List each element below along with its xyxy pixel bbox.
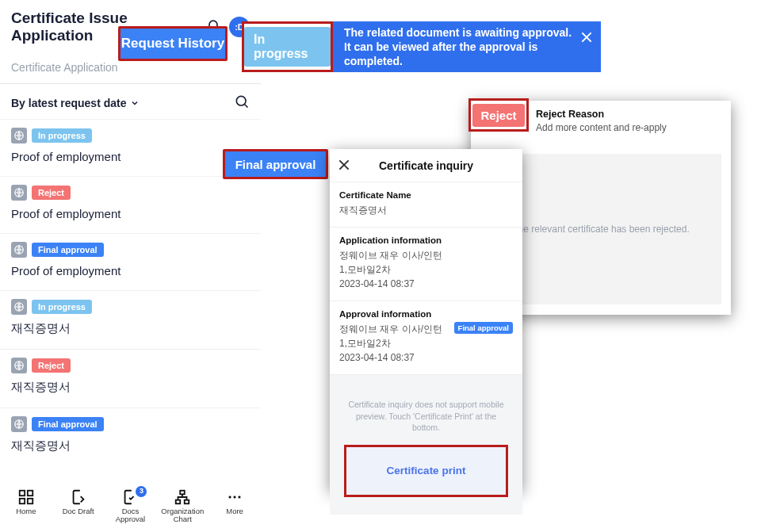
list-item-title: 재직증명서 (11, 321, 250, 336)
nav-docs-approval[interactable]: 3 Docs Approval (107, 488, 153, 524)
application-info-line3: 2023-04-14 08:37 (339, 277, 513, 291)
section-application-info: Application information 정웨이브 재우 이사/인턴 1,… (330, 228, 522, 301)
close-icon[interactable] (338, 159, 350, 171)
list-item[interactable]: RejectProof of employment (0, 176, 261, 233)
section-approval-info: Approval information Final approval 정웨이브… (330, 301, 522, 375)
svg-rect-13 (176, 500, 181, 504)
sort-row: By latest request date (0, 84, 261, 119)
globe-icon (11, 185, 27, 201)
svg-rect-12 (181, 491, 185, 495)
request-history-button[interactable]: Request History (118, 26, 228, 61)
certificate-inquiry-panel: Certificate inquiry Certificate Name 재직증… (330, 149, 522, 490)
application-info-label: Application information (339, 235, 513, 245)
list-item[interactable]: In progressProof of employment (0, 119, 261, 176)
approval-toast: In progress The related document is awai… (242, 21, 601, 72)
list-item-title: Proof of employment (11, 150, 250, 163)
list-item-title: 재직증명서 (11, 438, 250, 454)
svg-rect-14 (185, 500, 189, 504)
globe-icon (11, 128, 27, 144)
status-chip: Final approval (32, 243, 104, 257)
globe-icon (11, 416, 27, 432)
approval-info-line3: 2023-04-14 08:37 (339, 350, 513, 365)
reject-chip: Reject (472, 104, 524, 127)
nav-home[interactable]: Home (3, 488, 49, 515)
toast-body: The related document is awaiting approva… (333, 21, 601, 72)
reject-reason-text: Add more content and re-apply (536, 122, 721, 133)
list-item-title: 재직증명서 (11, 380, 250, 395)
svg-rect-10 (20, 499, 25, 503)
inquiry-preview-area: Certificate inquiry does not support mob… (330, 375, 522, 515)
chevron-down-icon (130, 98, 140, 108)
svg-point-0 (236, 96, 246, 105)
svg-rect-8 (20, 491, 25, 496)
request-list-screen: Certificate Issue Application :D Certifi… (0, 0, 261, 532)
application-info-line2: 1,모바일2차 (339, 262, 513, 277)
globe-icon (11, 242, 27, 258)
toast-message: The related document is awaiting approva… (344, 25, 574, 69)
approval-badge: 3 (136, 486, 147, 497)
globe-icon (11, 299, 27, 315)
section-cert-name: Certificate Name 재직증명서 (330, 182, 522, 228)
request-list: In progressProof of employmentRejectProo… (0, 119, 261, 466)
sort-dropdown[interactable]: By latest request date (11, 97, 140, 109)
search-icon[interactable] (234, 94, 250, 113)
final-approval-mini-chip: Final approval (454, 322, 513, 334)
reject-callout: Reject (468, 98, 529, 132)
application-info-line1: 정웨이브 재우 이사/인턴 (339, 248, 513, 262)
status-chip: Final approval (32, 417, 104, 431)
bottom-nav: Home Doc Draft 3 Docs Approval Organizat… (0, 483, 261, 532)
svg-rect-17 (239, 496, 241, 499)
reject-reason-label: Reject Reason (536, 109, 721, 120)
list-item[interactable]: In progress재직증명서 (0, 290, 261, 349)
list-item[interactable]: Final approvalProof of employment (0, 233, 261, 290)
list-item-title: Proof of employment (11, 207, 250, 220)
approval-info-line2: 1,모바일2차 (339, 336, 513, 350)
status-chip: In progress (32, 128, 92, 143)
close-icon[interactable] (580, 31, 593, 44)
inquiry-header: Certificate inquiry (330, 149, 522, 182)
svg-line-1 (245, 105, 248, 108)
tab-certificate-application[interactable]: Certificate Application (0, 53, 129, 83)
svg-rect-11 (28, 499, 33, 503)
final-approval-callout: Final approval (223, 149, 328, 179)
list-item[interactable]: Final approval재직증명서 (0, 408, 261, 466)
list-item-title: Proof of employment (11, 264, 250, 277)
preview-hint: Certificate inquiry does not support mob… (344, 399, 508, 434)
inquiry-title: Certificate inquiry (379, 159, 473, 172)
approval-info-label: Approval information (339, 309, 513, 319)
list-item[interactable]: Reject재직증명서 (0, 349, 261, 408)
svg-rect-15 (229, 496, 231, 499)
globe-icon (11, 358, 27, 373)
status-chip: Reject (32, 186, 71, 200)
status-chip: Reject (32, 358, 71, 373)
svg-rect-16 (234, 496, 236, 499)
certificate-print-callout: Certificate print (344, 445, 508, 497)
cert-name-label: Certificate Name (339, 190, 513, 200)
in-progress-callout: In progress (242, 21, 333, 72)
nav-more[interactable]: More (212, 488, 258, 515)
nav-org-chart[interactable]: Organization Chart (159, 488, 205, 524)
in-progress-chip: In progress (244, 27, 331, 67)
svg-rect-9 (28, 491, 33, 496)
nav-doc-draft[interactable]: Doc Draft (55, 488, 101, 515)
cert-name-value: 재직증명서 (339, 203, 513, 217)
status-chip: In progress (32, 300, 92, 314)
certificate-print-button[interactable]: Certificate print (346, 447, 506, 495)
